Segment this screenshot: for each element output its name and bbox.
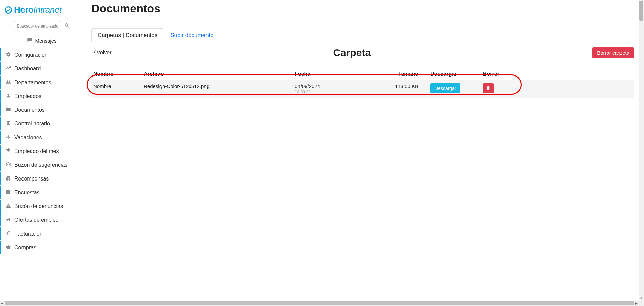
th-fecha: Fecha <box>293 68 387 80</box>
sidebar-item-label: Departamentos <box>14 80 51 86</box>
logo-intranet: Intranet <box>33 5 61 15</box>
sidebar-item-sugerencias[interactable]: Buzón de sugerencias <box>0 158 84 171</box>
download-button[interactable]: Descargar <box>430 83 460 93</box>
tab-label: Subir documento <box>170 32 214 38</box>
messages-icon <box>27 38 34 44</box>
sidebar-item-label: Recompensas <box>14 176 49 182</box>
messages-label: Mensajes <box>35 38 56 44</box>
logo-text: HeroIntranet <box>14 5 61 15</box>
page-title: Documentos <box>91 2 634 21</box>
tab-subir[interactable]: Subir documento <box>164 28 220 42</box>
th-archivo: Archivo <box>142 68 293 80</box>
messages-link[interactable]: Mensajes <box>0 34 84 48</box>
back-label: Volver <box>97 50 111 56</box>
basket-icon <box>5 244 12 251</box>
folder-icon <box>5 107 12 113</box>
gift-icon <box>5 175 12 182</box>
sidebar-item-label: Encuestas <box>14 190 40 196</box>
nav: Configuración Dashboard Departamentos Em… <box>0 48 84 255</box>
logo[interactable]: HeroIntranet <box>0 3 84 18</box>
warning-icon <box>5 203 12 209</box>
users-icon <box>5 79 12 86</box>
scroll-right-arrow[interactable]: ▶ <box>635 302 638 305</box>
sidebar-item-label: Control horario <box>14 121 50 127</box>
search-row <box>0 18 84 34</box>
sidebar-item-dashboard[interactable]: Dashboard <box>0 62 84 75</box>
delete-button[interactable] <box>483 83 494 93</box>
chevron-left-icon: 〈 <box>91 50 96 56</box>
sidebar-item-label: Dashboard <box>14 66 41 72</box>
sidebar-item-label: Compras <box>14 245 36 251</box>
sidebar-item-label: Empleado del mes <box>14 148 59 154</box>
cell-archivo: Redesign-Color-512x512.png <box>142 80 293 98</box>
sidebar-item-recompensas[interactable]: Recompensas <box>0 172 84 185</box>
vertical-scrollbar[interactable]: ▲ ▼ <box>639 0 644 306</box>
delete-folder-label: Borrar carpeta <box>597 50 629 56</box>
cell-fecha-date: 04/09/2024 <box>295 83 320 89</box>
sidebar-item-documentos[interactable]: Documentos <box>0 103 84 116</box>
sidebar-item-label: Configuración <box>14 52 48 58</box>
sidebar-item-ofertas[interactable]: Ofertas de empleo <box>0 213 84 226</box>
sidebar-item-departamentos[interactable]: Departamentos <box>0 76 84 89</box>
scroll-down-arrow[interactable]: ▼ <box>640 297 643 300</box>
th-tamano: Tamaño <box>387 68 420 80</box>
sidebar-item-empleado-mes[interactable]: Empleado del mes <box>0 145 84 158</box>
main-content: Documentos Carpetas | Documentos Subir d… <box>84 0 644 306</box>
logo-icon <box>5 6 12 14</box>
sidebar-item-denuncias[interactable]: Buzón de denuncias <box>0 200 84 213</box>
envelope-open-icon <box>5 162 12 168</box>
tab-label: Carpetas | Documentos <box>98 32 157 38</box>
hourglass-icon <box>5 120 12 127</box>
sidebar-item-label: Facturación <box>14 231 43 237</box>
cell-nombre: Nombre <box>91 80 142 98</box>
trophy-icon <box>5 148 12 154</box>
table-row: Nombre Redesign-Color-512x512.png 04/09/… <box>91 80 634 98</box>
person-icon <box>5 93 12 99</box>
delete-folder-button[interactable]: Borrar carpeta <box>592 47 634 58</box>
cell-borrar <box>481 80 634 98</box>
euro-icon <box>5 231 12 237</box>
folder-title: Carpeta <box>111 47 592 58</box>
cell-descargar: Descargar <box>420 80 481 98</box>
sidebar: HeroIntranet Mensajes Configuración <box>0 0 84 306</box>
sidebar-item-control-horario[interactable]: Control horario <box>0 117 84 130</box>
sidebar-item-label: Ofertas de empleo <box>14 217 59 223</box>
chart-icon <box>5 65 12 72</box>
sidebar-item-facturacion[interactable]: Facturación <box>0 227 84 240</box>
th-borrar: Borrar <box>481 68 634 80</box>
cell-fecha: 04/09/2024 10:39:22 <box>293 80 387 98</box>
horizontal-scrollbar[interactable]: ◀ ▶ <box>0 301 639 306</box>
cell-tamano: 113.50 KB <box>387 80 420 98</box>
th-nombre: Nombre <box>91 68 142 80</box>
sidebar-item-label: Empleados <box>14 93 41 99</box>
sidebar-item-vacaciones[interactable]: Vacaciones <box>0 131 84 144</box>
sidebar-item-label: Buzón de sugerencias <box>14 162 67 168</box>
gear-icon <box>5 52 12 58</box>
search-input[interactable] <box>14 21 61 31</box>
bullhorn-icon <box>5 217 12 223</box>
sidebar-item-encuestas[interactable]: Encuestas <box>0 186 84 199</box>
sidebar-item-label: Documentos <box>14 107 45 113</box>
search-button[interactable] <box>64 23 70 30</box>
documents-table: Nombre Archivo Fecha Tamaño Descargar Bo… <box>91 68 634 98</box>
folder-header: 〈 Volver Carpeta Borrar carpeta <box>91 47 634 58</box>
table-header-row: Nombre Archivo Fecha Tamaño Descargar Bo… <box>91 68 634 80</box>
logo-hero: Hero <box>14 5 33 15</box>
th-descargar: Descargar <box>420 68 481 80</box>
scroll-left-arrow[interactable]: ◀ <box>1 302 3 305</box>
plane-icon <box>5 134 12 141</box>
sidebar-item-compras[interactable]: Compras <box>0 241 84 254</box>
vertical-scrollbar-thumb[interactable] <box>639 1 643 21</box>
trash-icon <box>486 86 491 91</box>
clipboard-icon <box>5 189 12 196</box>
sidebar-item-label: Buzón de denuncias <box>14 203 63 209</box>
search-icon <box>64 23 70 29</box>
sidebar-item-configuracion[interactable]: Configuración <box>0 48 84 61</box>
sidebar-item-empleados[interactable]: Empleados <box>0 90 84 103</box>
tab-carpetas[interactable]: Carpetas | Documentos <box>91 28 164 42</box>
back-link[interactable]: 〈 Volver <box>91 50 111 56</box>
sidebar-item-label: Vacaciones <box>14 135 42 141</box>
horizontal-scrollbar-thumb[interactable] <box>5 301 634 305</box>
download-label: Descargar <box>434 86 456 91</box>
tabs: Carpetas | Documentos Subir documento <box>91 28 634 42</box>
